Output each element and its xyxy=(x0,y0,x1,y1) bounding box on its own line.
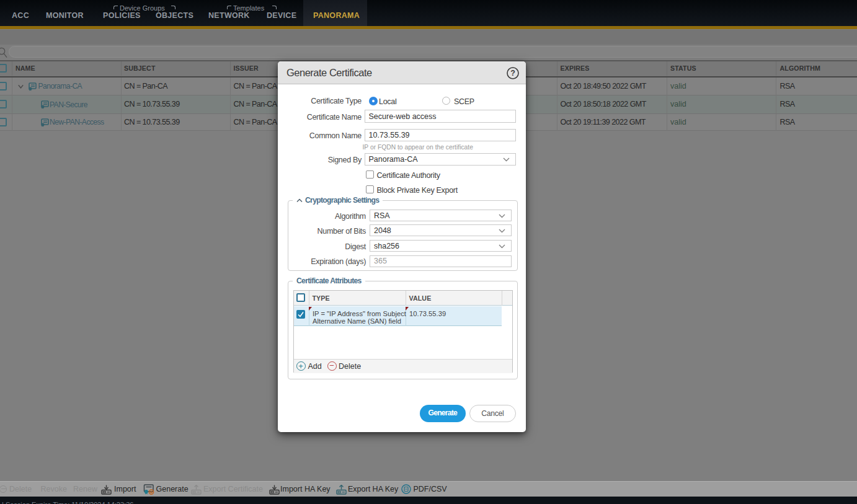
svg-text:?: ? xyxy=(510,69,515,77)
